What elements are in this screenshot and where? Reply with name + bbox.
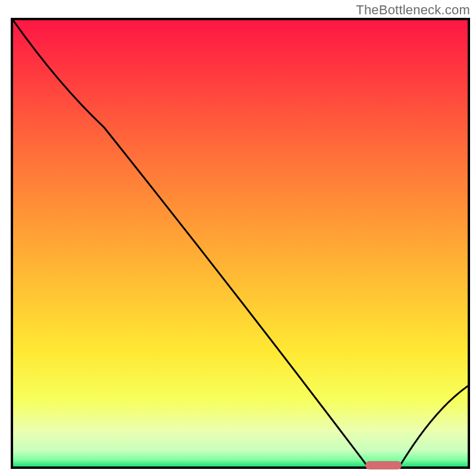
plot-frame [11, 18, 470, 469]
optimal-range-marker [365, 461, 402, 469]
chart-root: TheBottleneck.com [0, 0, 476, 476]
watermark-text: TheBottleneck.com [356, 2, 470, 18]
